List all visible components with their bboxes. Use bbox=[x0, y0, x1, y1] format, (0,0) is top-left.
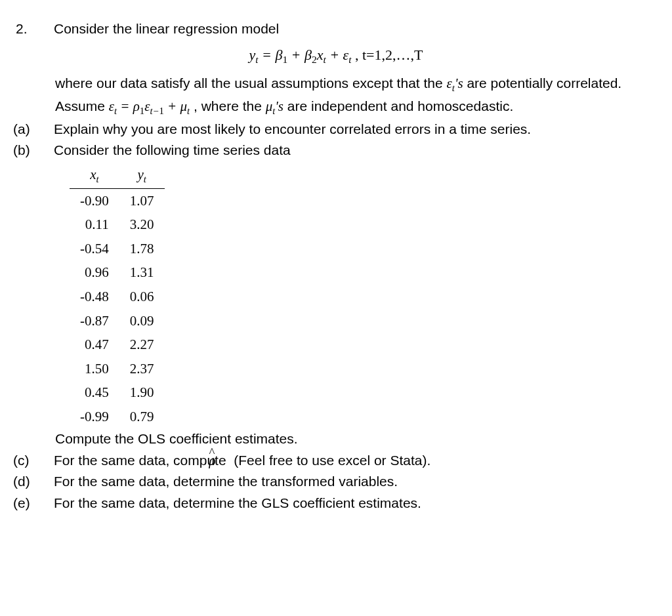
table-cell-x: -0.87 bbox=[70, 309, 119, 333]
table-row: 1.502.37 bbox=[70, 357, 165, 381]
table-cell-y: 3.20 bbox=[119, 213, 165, 237]
table-cell-y: 0.06 bbox=[119, 285, 165, 309]
question-intro-text: Consider the linear regression model bbox=[54, 21, 279, 36]
part-b: (b)Consider the following time series da… bbox=[26, 140, 646, 161]
table-row: 0.472.27 bbox=[70, 333, 165, 357]
table-cell-y: 2.37 bbox=[119, 357, 165, 381]
part-b-label: (b) bbox=[34, 140, 54, 161]
table-row: -0.480.06 bbox=[70, 285, 165, 309]
question-number: 2. bbox=[35, 18, 54, 40]
table-cell-x: -0.99 bbox=[70, 405, 119, 429]
table-cell-x: 0.96 bbox=[70, 260, 119, 285]
table-cell-x: 0.47 bbox=[70, 333, 119, 357]
table-cell-x: 0.11 bbox=[70, 213, 119, 237]
part-d: (d)For the same data, determine the tran… bbox=[26, 471, 646, 493]
part-a: (a)Explain why you are most likely to en… bbox=[26, 119, 646, 140]
question-intro: 2.Consider the linear regression model bbox=[26, 18, 646, 40]
table-row: -0.901.07 bbox=[70, 188, 165, 213]
table-cell-y: 1.90 bbox=[119, 380, 165, 405]
part-e-text: For the same data, determine the GLS coe… bbox=[54, 495, 421, 510]
table-cell-x: -0.48 bbox=[70, 285, 119, 309]
part-b-text: Consider the following time series data bbox=[54, 142, 291, 157]
table-cell-x: -0.90 bbox=[70, 188, 119, 213]
question-body: where our data satisfy all the usual ass… bbox=[26, 73, 646, 119]
main-equation: yt = β1 + β2xt + εt , t=1,2,…,T bbox=[26, 44, 646, 68]
table-cell-y: 1.07 bbox=[119, 188, 165, 213]
data-table: xt yt -0.901.070.113.20-0.541.780.961.31… bbox=[70, 163, 165, 428]
part-a-text: Explain why you are most likely to encou… bbox=[54, 121, 531, 136]
table-row: -0.541.78 bbox=[70, 237, 165, 261]
table-row: 0.113.20 bbox=[70, 213, 165, 237]
part-d-label: (d) bbox=[34, 471, 54, 493]
table-cell-y: 2.27 bbox=[119, 333, 165, 357]
table-header-y: yt bbox=[119, 163, 165, 188]
table-row: 0.451.90 bbox=[70, 380, 165, 405]
part-c: (c)For the same data, compute ρ (Feel fr… bbox=[26, 450, 646, 472]
part-e-label: (e) bbox=[34, 493, 54, 514]
table-cell-x: 0.45 bbox=[70, 380, 119, 405]
part-a-label: (a) bbox=[34, 119, 54, 140]
table-cell-y: 1.78 bbox=[119, 237, 165, 261]
table-cell-y: 1.31 bbox=[119, 260, 165, 285]
table-header-x: xt bbox=[70, 163, 119, 188]
table-cell-x: -0.54 bbox=[70, 237, 119, 261]
part-d-text: For the same data, determine the transfo… bbox=[54, 474, 398, 489]
part-b-after: Compute the OLS coefficient estimates. bbox=[26, 428, 646, 450]
part-e: (e)For the same data, determine the GLS … bbox=[26, 493, 646, 514]
part-c-label: (c) bbox=[34, 450, 54, 472]
table-cell-y: 0.79 bbox=[119, 405, 165, 429]
table-row: -0.870.09 bbox=[70, 309, 165, 333]
table-cell-x: 1.50 bbox=[70, 357, 119, 381]
table-row: 0.961.31 bbox=[70, 260, 165, 285]
table-cell-y: 0.09 bbox=[119, 309, 165, 333]
table-row: -0.990.79 bbox=[70, 405, 165, 429]
